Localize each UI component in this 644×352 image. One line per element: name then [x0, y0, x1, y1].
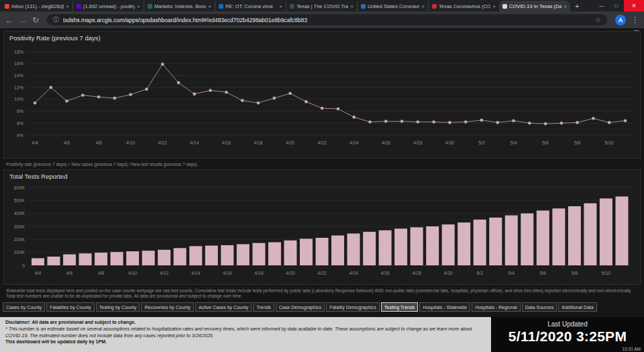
- tab-title: Texas | The COVID Tracking: [297, 3, 348, 9]
- svg-text:4/4: 4/4: [35, 271, 42, 275]
- nav-tab-active-cases-by-county[interactable]: Active Cases by County: [195, 302, 252, 312]
- total-tests-panel: Total Tests Reported 0100K200K300K400K50…: [3, 169, 641, 285]
- svg-text:500K: 500K: [14, 198, 25, 203]
- dashboard: ⊡ Positivity Rate (previous 7 days) 4%6%…: [0, 28, 644, 352]
- svg-text:4/16: 4/16: [222, 140, 231, 145]
- bottom-bar: Disclaimer: All data are provisional and…: [0, 317, 644, 352]
- tab-favicon: [361, 4, 366, 9]
- tab-title: Markets: Indexes, Bonds, F: [154, 3, 206, 9]
- tab-favicon: [502, 4, 507, 9]
- svg-text:200K: 200K: [14, 237, 25, 242]
- browser-tab-0[interactable]: Inbox (131) - ziegl028@gm×: [1, 1, 72, 11]
- tab-title: COVID-19 In Texas (Dashb: [509, 3, 561, 9]
- address-bar[interactable]: ⓘ txdshs.maps.arcgis.com/apps/opsdashboa…: [47, 14, 607, 26]
- nav-tab-case-demographics[interactable]: Case Demographics: [276, 302, 325, 312]
- svg-text:5/10: 5/10: [602, 271, 610, 275]
- svg-text:5/2: 5/2: [477, 271, 484, 275]
- back-icon[interactable]: ←: [5, 16, 13, 24]
- last-updated-panel: Last Updated 5/11/2020 3:25PM 10:31 AM: [491, 317, 644, 352]
- tab-close-icon[interactable]: ×: [208, 3, 211, 9]
- bottom-nav-tabs: Cases by CountyFatalities by CountyTesti…: [3, 302, 597, 312]
- tab-favicon: [219, 4, 223, 9]
- svg-text:4/26: 4/26: [382, 140, 390, 145]
- svg-text:4/6: 4/6: [64, 140, 70, 145]
- browser-tab-4[interactable]: Texas | The COVID Tracking×: [286, 1, 357, 11]
- svg-text:4/22: 4/22: [317, 140, 326, 145]
- tab-favicon: [5, 4, 9, 9]
- positivity-chart: 4%6%8%10%12%14%16%18%4/44/64/84/104/124/…: [4, 44, 640, 157]
- browser-tab-7[interactable]: COVID-19 In Texas (Dashb×: [499, 1, 570, 11]
- svg-text:4/30: 4/30: [445, 140, 454, 145]
- svg-text:5/8: 5/8: [572, 271, 578, 275]
- nav-tab-fatality-demographics[interactable]: Fatality Demographics: [326, 302, 380, 312]
- svg-text:18%: 18%: [14, 50, 23, 54]
- new-tab-button[interactable]: +: [575, 1, 579, 11]
- svg-text:4/12: 4/12: [158, 140, 167, 145]
- nav-tab-fatalities-by-county[interactable]: Fatalities by County: [46, 302, 94, 312]
- svg-text:0: 0: [22, 263, 25, 268]
- svg-text:4/14: 4/14: [191, 271, 200, 275]
- browser-tab-2[interactable]: Markets: Indexes, Bonds, F×: [144, 1, 215, 11]
- nav-tab-additional-data[interactable]: Additional Data: [558, 302, 596, 312]
- svg-text:4/18: 4/18: [254, 140, 262, 145]
- nav-tab-data-sources[interactable]: Data Sources: [522, 302, 557, 312]
- tab-close-icon[interactable]: ×: [350, 3, 354, 9]
- tab-title: Inbox (131) - ziegl028@gm: [11, 3, 64, 9]
- browser-tab-6[interactable]: Texas Coronavirus (COVID-×: [428, 1, 499, 11]
- tab-close-icon[interactable]: ×: [66, 3, 69, 9]
- maximize-button[interactable]: □: [609, 0, 624, 11]
- svg-text:5/4: 5/4: [508, 271, 515, 275]
- svg-text:4/20: 4/20: [286, 140, 294, 145]
- tab-close-icon[interactable]: ×: [492, 3, 496, 9]
- last-updated-label: Last Updated: [491, 320, 644, 328]
- svg-text:5/6: 5/6: [540, 271, 547, 275]
- browser-tab-1[interactable]: (1,692 unread) - poultrydo×: [72, 1, 144, 11]
- positivity-rate-title: Positivity Rate (previous 7 days): [4, 32, 640, 44]
- nav-tab-recoveries-by-county[interactable]: Recoveries by County: [141, 302, 193, 312]
- disclaimer-panel: Disclaimer: All data are provisional and…: [0, 317, 491, 352]
- svg-text:4/14: 4/14: [190, 140, 199, 145]
- tab-close-icon[interactable]: ×: [421, 3, 425, 9]
- tab-title: RE: OT: Corona virus: [225, 3, 277, 9]
- tab-close-icon[interactable]: ×: [137, 3, 140, 9]
- tab-close-icon[interactable]: ×: [564, 3, 567, 9]
- browser-tab-5[interactable]: United States Coronavirus×: [357, 1, 428, 11]
- svg-text:4/28: 4/28: [413, 140, 422, 145]
- svg-text:16%: 16%: [14, 61, 23, 66]
- svg-text:4/22: 4/22: [317, 271, 326, 275]
- tab-title: Texas Coronavirus (COVID-: [439, 3, 490, 9]
- tab-favicon: [148, 4, 152, 9]
- tab-title: United States Coronavirus: [368, 3, 419, 9]
- svg-text:4/12: 4/12: [160, 271, 168, 275]
- reload-icon[interactable]: ↻: [32, 16, 39, 24]
- nav-tab-testing-by-county[interactable]: Testing by County: [96, 302, 140, 312]
- minimize-button[interactable]: —: [594, 0, 609, 11]
- svg-text:4/8: 4/8: [98, 271, 105, 275]
- svg-text:6%: 6%: [17, 121, 23, 126]
- nav-tab-hospitals-regional[interactable]: Hospitals - Regional: [472, 302, 521, 312]
- forward-icon[interactable]: →: [19, 16, 27, 24]
- disclaimer-line2: * This number is an estimate based on se…: [5, 326, 486, 339]
- close-window-button[interactable]: ×: [624, 0, 644, 11]
- bookmark-star-icon[interactable]: ☆: [595, 16, 601, 24]
- url-text[interactable]: txdshs.maps.arcgis.com/apps/opsdashboard…: [63, 17, 591, 24]
- last-updated-value: 5/11/2020 3:25PM: [491, 328, 644, 345]
- nav-tab-trends[interactable]: Trends: [253, 302, 274, 312]
- total-tests-chart: 0100K200K300K400K500K600K4/44/64/84/104/…: [4, 182, 640, 284]
- nav-tab-cases-by-county[interactable]: Cases by County: [3, 302, 45, 312]
- tab-strip-tabs: Inbox (131) - ziegl028@gm×(1,692 unread)…: [1, 0, 570, 11]
- svg-text:4/16: 4/16: [223, 271, 231, 275]
- site-info-icon[interactable]: ⓘ: [53, 15, 59, 24]
- browser-tab-3[interactable]: RE: OT: Corona virus×: [215, 1, 286, 11]
- positivity-footnote: Positivity rate (previous 7 days) = New …: [6, 162, 638, 167]
- tab-title: (1,692 unread) - poultrydo: [83, 3, 135, 9]
- svg-text:4/4: 4/4: [32, 140, 38, 145]
- svg-text:4/26: 4/26: [380, 271, 389, 275]
- svg-text:8%: 8%: [17, 109, 23, 114]
- tab-close-icon[interactable]: ×: [279, 3, 282, 9]
- profile-avatar[interactable]: A: [615, 15, 626, 26]
- nav-tab-hospitals-statewide[interactable]: Hospitals - Statewide: [419, 302, 470, 312]
- nav-tab-testing-trends[interactable]: Testing Trends: [381, 302, 419, 312]
- browser-menu-icon[interactable]: ⋮: [631, 15, 639, 24]
- svg-text:4/28: 4/28: [413, 271, 421, 275]
